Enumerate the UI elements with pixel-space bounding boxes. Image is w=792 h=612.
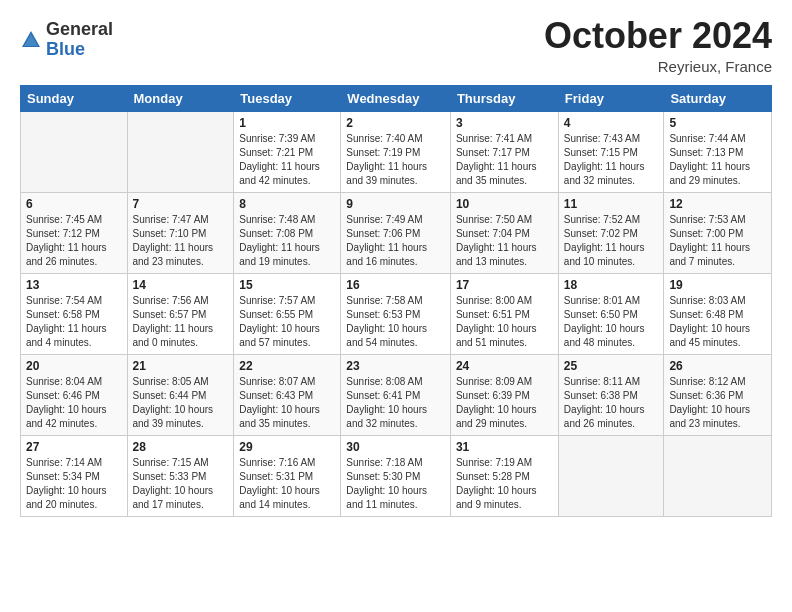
day-detail: Sunrise: 7:41 AM Sunset: 7:17 PM Dayligh… bbox=[456, 132, 553, 188]
day-detail: Sunrise: 7:57 AM Sunset: 6:55 PM Dayligh… bbox=[239, 294, 335, 350]
page: General Blue October 2024 Reyrieux, Fran… bbox=[0, 0, 792, 533]
calendar-cell: 22Sunrise: 8:07 AM Sunset: 6:43 PM Dayli… bbox=[234, 354, 341, 435]
day-number: 18 bbox=[564, 278, 659, 292]
day-detail: Sunrise: 7:47 AM Sunset: 7:10 PM Dayligh… bbox=[133, 213, 229, 269]
calendar-cell: 28Sunrise: 7:15 AM Sunset: 5:33 PM Dayli… bbox=[127, 435, 234, 516]
day-detail: Sunrise: 7:19 AM Sunset: 5:28 PM Dayligh… bbox=[456, 456, 553, 512]
day-number: 22 bbox=[239, 359, 335, 373]
day-number: 21 bbox=[133, 359, 229, 373]
calendar-day-header: Tuesday bbox=[234, 85, 341, 111]
calendar-day-header: Friday bbox=[558, 85, 664, 111]
calendar-cell: 27Sunrise: 7:14 AM Sunset: 5:34 PM Dayli… bbox=[21, 435, 128, 516]
day-number: 19 bbox=[669, 278, 766, 292]
day-number: 12 bbox=[669, 197, 766, 211]
day-detail: Sunrise: 7:14 AM Sunset: 5:34 PM Dayligh… bbox=[26, 456, 122, 512]
day-detail: Sunrise: 8:00 AM Sunset: 6:51 PM Dayligh… bbox=[456, 294, 553, 350]
header: General Blue October 2024 Reyrieux, Fran… bbox=[20, 16, 772, 75]
day-number: 1 bbox=[239, 116, 335, 130]
day-number: 9 bbox=[346, 197, 445, 211]
calendar-day-header: Sunday bbox=[21, 85, 128, 111]
day-number: 27 bbox=[26, 440, 122, 454]
day-number: 23 bbox=[346, 359, 445, 373]
calendar-cell: 10Sunrise: 7:50 AM Sunset: 7:04 PM Dayli… bbox=[450, 192, 558, 273]
calendar-cell: 18Sunrise: 8:01 AM Sunset: 6:50 PM Dayli… bbox=[558, 273, 664, 354]
day-detail: Sunrise: 7:40 AM Sunset: 7:19 PM Dayligh… bbox=[346, 132, 445, 188]
day-number: 11 bbox=[564, 197, 659, 211]
day-number: 26 bbox=[669, 359, 766, 373]
calendar-cell: 6Sunrise: 7:45 AM Sunset: 7:12 PM Daylig… bbox=[21, 192, 128, 273]
day-detail: Sunrise: 8:01 AM Sunset: 6:50 PM Dayligh… bbox=[564, 294, 659, 350]
day-number: 8 bbox=[239, 197, 335, 211]
day-detail: Sunrise: 7:45 AM Sunset: 7:12 PM Dayligh… bbox=[26, 213, 122, 269]
day-number: 29 bbox=[239, 440, 335, 454]
title-block: October 2024 Reyrieux, France bbox=[544, 16, 772, 75]
day-detail: Sunrise: 7:44 AM Sunset: 7:13 PM Dayligh… bbox=[669, 132, 766, 188]
calendar-header-row: SundayMondayTuesdayWednesdayThursdayFrid… bbox=[21, 85, 772, 111]
day-detail: Sunrise: 7:43 AM Sunset: 7:15 PM Dayligh… bbox=[564, 132, 659, 188]
calendar-cell: 3Sunrise: 7:41 AM Sunset: 7:17 PM Daylig… bbox=[450, 111, 558, 192]
logo-general-text: General bbox=[46, 20, 113, 40]
calendar-cell: 23Sunrise: 8:08 AM Sunset: 6:41 PM Dayli… bbox=[341, 354, 451, 435]
day-number: 30 bbox=[346, 440, 445, 454]
day-detail: Sunrise: 8:04 AM Sunset: 6:46 PM Dayligh… bbox=[26, 375, 122, 431]
day-detail: Sunrise: 8:03 AM Sunset: 6:48 PM Dayligh… bbox=[669, 294, 766, 350]
calendar-cell: 12Sunrise: 7:53 AM Sunset: 7:00 PM Dayli… bbox=[664, 192, 772, 273]
day-number: 31 bbox=[456, 440, 553, 454]
location: Reyrieux, France bbox=[544, 58, 772, 75]
day-detail: Sunrise: 8:09 AM Sunset: 6:39 PM Dayligh… bbox=[456, 375, 553, 431]
calendar-cell: 7Sunrise: 7:47 AM Sunset: 7:10 PM Daylig… bbox=[127, 192, 234, 273]
logo-blue-text: Blue bbox=[46, 40, 113, 60]
day-detail: Sunrise: 7:50 AM Sunset: 7:04 PM Dayligh… bbox=[456, 213, 553, 269]
day-number: 7 bbox=[133, 197, 229, 211]
calendar-cell: 9Sunrise: 7:49 AM Sunset: 7:06 PM Daylig… bbox=[341, 192, 451, 273]
day-detail: Sunrise: 8:11 AM Sunset: 6:38 PM Dayligh… bbox=[564, 375, 659, 431]
calendar-cell: 2Sunrise: 7:40 AM Sunset: 7:19 PM Daylig… bbox=[341, 111, 451, 192]
calendar-cell: 20Sunrise: 8:04 AM Sunset: 6:46 PM Dayli… bbox=[21, 354, 128, 435]
calendar-cell: 4Sunrise: 7:43 AM Sunset: 7:15 PM Daylig… bbox=[558, 111, 664, 192]
day-detail: Sunrise: 7:52 AM Sunset: 7:02 PM Dayligh… bbox=[564, 213, 659, 269]
day-number: 16 bbox=[346, 278, 445, 292]
calendar-cell: 11Sunrise: 7:52 AM Sunset: 7:02 PM Dayli… bbox=[558, 192, 664, 273]
calendar-day-header: Thursday bbox=[450, 85, 558, 111]
calendar-cell: 1Sunrise: 7:39 AM Sunset: 7:21 PM Daylig… bbox=[234, 111, 341, 192]
calendar-cell: 14Sunrise: 7:56 AM Sunset: 6:57 PM Dayli… bbox=[127, 273, 234, 354]
calendar-cell: 31Sunrise: 7:19 AM Sunset: 5:28 PM Dayli… bbox=[450, 435, 558, 516]
day-number: 4 bbox=[564, 116, 659, 130]
calendar-cell: 26Sunrise: 8:12 AM Sunset: 6:36 PM Dayli… bbox=[664, 354, 772, 435]
calendar-cell: 21Sunrise: 8:05 AM Sunset: 6:44 PM Dayli… bbox=[127, 354, 234, 435]
day-detail: Sunrise: 7:48 AM Sunset: 7:08 PM Dayligh… bbox=[239, 213, 335, 269]
day-detail: Sunrise: 8:05 AM Sunset: 6:44 PM Dayligh… bbox=[133, 375, 229, 431]
day-number: 5 bbox=[669, 116, 766, 130]
day-number: 10 bbox=[456, 197, 553, 211]
day-number: 20 bbox=[26, 359, 122, 373]
calendar-cell: 16Sunrise: 7:58 AM Sunset: 6:53 PM Dayli… bbox=[341, 273, 451, 354]
day-number: 13 bbox=[26, 278, 122, 292]
calendar-cell: 17Sunrise: 8:00 AM Sunset: 6:51 PM Dayli… bbox=[450, 273, 558, 354]
calendar-cell: 13Sunrise: 7:54 AM Sunset: 6:58 PM Dayli… bbox=[21, 273, 128, 354]
day-number: 24 bbox=[456, 359, 553, 373]
day-detail: Sunrise: 8:08 AM Sunset: 6:41 PM Dayligh… bbox=[346, 375, 445, 431]
calendar-day-header: Wednesday bbox=[341, 85, 451, 111]
day-detail: Sunrise: 7:53 AM Sunset: 7:00 PM Dayligh… bbox=[669, 213, 766, 269]
calendar-cell bbox=[664, 435, 772, 516]
calendar-cell: 29Sunrise: 7:16 AM Sunset: 5:31 PM Dayli… bbox=[234, 435, 341, 516]
day-detail: Sunrise: 7:54 AM Sunset: 6:58 PM Dayligh… bbox=[26, 294, 122, 350]
day-number: 14 bbox=[133, 278, 229, 292]
day-number: 3 bbox=[456, 116, 553, 130]
day-number: 15 bbox=[239, 278, 335, 292]
logo: General Blue bbox=[20, 20, 113, 60]
calendar-cell bbox=[127, 111, 234, 192]
calendar-week-row: 13Sunrise: 7:54 AM Sunset: 6:58 PM Dayli… bbox=[21, 273, 772, 354]
calendar-cell: 5Sunrise: 7:44 AM Sunset: 7:13 PM Daylig… bbox=[664, 111, 772, 192]
calendar-cell: 19Sunrise: 8:03 AM Sunset: 6:48 PM Dayli… bbox=[664, 273, 772, 354]
calendar-cell: 30Sunrise: 7:18 AM Sunset: 5:30 PM Dayli… bbox=[341, 435, 451, 516]
day-detail: Sunrise: 7:49 AM Sunset: 7:06 PM Dayligh… bbox=[346, 213, 445, 269]
day-detail: Sunrise: 7:56 AM Sunset: 6:57 PM Dayligh… bbox=[133, 294, 229, 350]
day-number: 25 bbox=[564, 359, 659, 373]
logo-icon bbox=[20, 29, 42, 51]
day-detail: Sunrise: 7:58 AM Sunset: 6:53 PM Dayligh… bbox=[346, 294, 445, 350]
calendar-table: SundayMondayTuesdayWednesdayThursdayFrid… bbox=[20, 85, 772, 517]
calendar-cell bbox=[558, 435, 664, 516]
calendar-week-row: 6Sunrise: 7:45 AM Sunset: 7:12 PM Daylig… bbox=[21, 192, 772, 273]
calendar-cell: 15Sunrise: 7:57 AM Sunset: 6:55 PM Dayli… bbox=[234, 273, 341, 354]
